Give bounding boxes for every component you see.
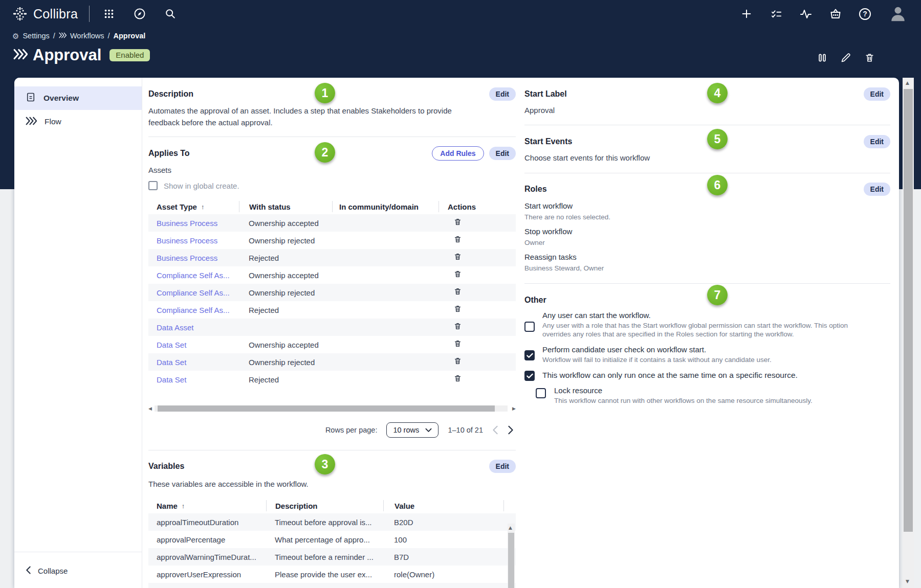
column-header[interactable]: Value xyxy=(383,500,503,511)
delete-trash-icon[interactable] xyxy=(454,305,462,313)
apps-grid-icon[interactable] xyxy=(103,8,115,20)
asset-type-link[interactable]: Data Asset xyxy=(148,323,239,332)
delete-trash-icon[interactable] xyxy=(864,52,875,63)
scroll-left-icon[interactable]: ◀ xyxy=(148,406,152,411)
scrollbar-thumb[interactable] xyxy=(158,405,495,412)
breadcrumb-settings[interactable]: Settings xyxy=(23,32,49,40)
scroll-right-icon[interactable]: ▶ xyxy=(512,406,516,411)
delete-trash-icon[interactable] xyxy=(454,357,462,365)
status-badge: Enabled xyxy=(109,49,150,61)
with-status-cell: Ownership accepted xyxy=(239,271,332,280)
breadcrumb-workflows[interactable]: Workflows xyxy=(70,32,104,40)
asset-type-link[interactable]: Data Set xyxy=(148,341,239,349)
scroll-down-icon[interactable]: ▼ xyxy=(906,579,909,584)
roles-edit-button[interactable]: Edit xyxy=(864,183,890,196)
user-avatar[interactable] xyxy=(888,5,908,23)
delete-trash-icon[interactable] xyxy=(454,235,462,243)
delete-trash-icon[interactable] xyxy=(454,253,462,261)
lock-resource-checkbox[interactable] xyxy=(536,388,546,398)
column-header[interactable]: Description xyxy=(266,500,383,511)
next-page-icon[interactable] xyxy=(508,425,514,435)
delete-trash-icon[interactable] xyxy=(454,287,462,296)
variables-edit-button[interactable]: Edit xyxy=(489,460,516,473)
sidebar-item-overview[interactable]: Overview xyxy=(14,86,142,110)
asset-type-link[interactable]: Business Process xyxy=(148,236,239,245)
sidebar-collapse-button[interactable]: Collapse xyxy=(26,566,68,576)
step-marker-4: 4 xyxy=(707,83,728,103)
option-label: Lock resource xyxy=(554,386,890,395)
asset-type-link[interactable]: Data Set xyxy=(148,375,239,384)
sidebar: Overview Flow Collapse xyxy=(14,78,142,588)
sort-asc-icon[interactable]: ↑ xyxy=(182,502,185,510)
add-rules-button[interactable]: Add Rules xyxy=(432,146,484,161)
horizontal-scrollbar: ◀ ▶ xyxy=(148,405,516,412)
pause-icon[interactable] xyxy=(817,52,828,63)
table-row: Business ProcessOwnership rejected xyxy=(148,232,516,249)
role-value: Business Steward, Owner xyxy=(524,264,890,273)
applies-to-edit-button[interactable]: Edit xyxy=(489,147,516,160)
run-once-checkbox[interactable] xyxy=(524,371,535,381)
variable-description: Timeout before approval is... xyxy=(266,518,383,527)
edit-pencil-icon[interactable] xyxy=(840,52,851,63)
rows-per-page-select[interactable]: 10 rows xyxy=(386,422,438,438)
variable-name: approverUserExpression xyxy=(148,570,266,579)
scroll-up-icon[interactable]: ▲ xyxy=(906,81,909,85)
compass-icon[interactable] xyxy=(134,8,146,20)
show-in-global-create-checkbox[interactable] xyxy=(148,181,158,190)
option-label: Perform candidate user check on workflow… xyxy=(542,345,890,354)
description-text: Automates the approval of an asset. Incl… xyxy=(148,105,476,128)
candidate-check-checkbox[interactable] xyxy=(524,350,535,360)
delete-trash-icon[interactable] xyxy=(454,322,462,330)
variables-caption: These variables are accessible in the wo… xyxy=(148,479,516,488)
delete-trash-icon[interactable] xyxy=(454,340,462,348)
collibra-logo[interactable]: Collibra xyxy=(12,6,78,21)
start-events-edit-button[interactable]: Edit xyxy=(864,135,890,148)
search-icon[interactable] xyxy=(164,8,177,20)
applies-to-subtitle: Assets xyxy=(148,166,516,175)
option-label: Any user can start the workflow. xyxy=(542,310,890,320)
scroll-up-icon[interactable]: ▲ xyxy=(509,526,512,530)
delete-trash-icon[interactable] xyxy=(454,374,462,382)
asset-type-link[interactable]: Compliance Self As... xyxy=(148,306,239,314)
previous-page-icon[interactable] xyxy=(492,425,498,435)
any-user-checkbox[interactable] xyxy=(524,322,535,332)
column-header[interactable]: Asset Type xyxy=(157,202,197,211)
variables-table: Name↑ Description Value approalTimeoutDu… xyxy=(148,498,516,588)
basket-icon[interactable] xyxy=(829,8,842,20)
list-item: feedbackProcessorUserEx...Please provide… xyxy=(148,583,516,588)
main-column-right: 4 5 6 7 Start Label Edit Approval Start … xyxy=(524,78,890,405)
collapse-label: Collapse xyxy=(38,567,68,575)
column-header[interactable]: Name xyxy=(157,502,178,510)
sidebar-item-flow[interactable]: Flow xyxy=(14,110,142,133)
with-status-cell: Rejected xyxy=(239,375,332,384)
option-run-once: This workflow can only run once at the s… xyxy=(524,370,890,380)
delete-trash-icon[interactable] xyxy=(454,218,462,226)
scrollbar-thumb[interactable] xyxy=(904,89,913,532)
column-header[interactable]: In community/domain xyxy=(332,201,438,212)
with-status-cell: Ownership accepted xyxy=(239,219,332,228)
step-marker-1: 1 xyxy=(315,83,335,103)
tasks-checklist-icon[interactable] xyxy=(770,8,782,20)
description-edit-button[interactable]: Edit xyxy=(489,87,516,101)
asset-type-link[interactable]: Data Set xyxy=(148,358,239,367)
help-icon[interactable]: ? xyxy=(859,8,871,20)
list-item: approverUserExpressionPlease provide the… xyxy=(148,566,516,583)
scrollbar-thumb[interactable] xyxy=(508,533,514,588)
section-divider xyxy=(148,450,516,450)
section-divider xyxy=(148,137,516,137)
activity-pulse-icon[interactable] xyxy=(800,8,812,20)
asset-type-link[interactable]: Compliance Self As... xyxy=(148,271,239,280)
asset-type-link[interactable]: Business Process xyxy=(148,254,239,262)
table-row: Data SetRejected xyxy=(148,371,516,388)
delete-trash-icon[interactable] xyxy=(454,270,462,278)
add-icon[interactable] xyxy=(740,8,753,20)
role-value: Owner xyxy=(524,239,890,247)
column-header[interactable]: With status xyxy=(239,201,332,212)
start-label-edit-button[interactable]: Edit xyxy=(864,87,890,101)
start-label-title: Start Label xyxy=(524,89,567,99)
sort-asc-icon[interactable]: ↑ xyxy=(201,203,205,211)
start-label-value: Approval xyxy=(524,106,890,116)
with-status-cell: Ownership rejected xyxy=(239,236,332,245)
asset-type-link[interactable]: Compliance Self As... xyxy=(148,288,239,297)
asset-type-link[interactable]: Business Process xyxy=(148,219,239,228)
